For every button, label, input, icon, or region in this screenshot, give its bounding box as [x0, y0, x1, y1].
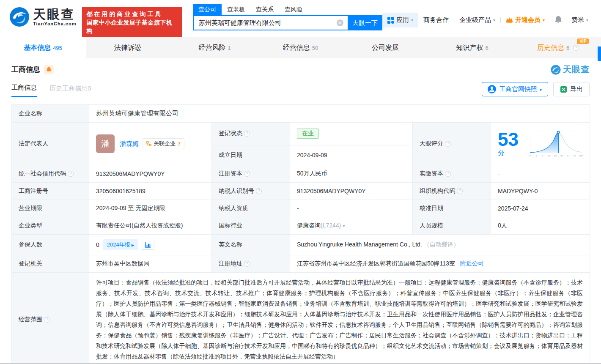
search-tab-boss[interactable]: 查老板	[222, 4, 250, 15]
svg-text:50: 50	[554, 154, 557, 157]
registered-address-value: 江苏省苏州市吴中区经济开发区郭巷街道国领花园50幢113室	[297, 260, 455, 267]
chevron-right-icon: ▸	[132, 242, 134, 248]
help-icon[interactable]: ?	[445, 141, 451, 147]
business-term-value: 2024-09-09 至 无固定期限	[89, 200, 212, 217]
slogan-banner: 都在用的商业查询工具 国家中小企业发展子基金旗下机构	[82, 7, 182, 38]
export-button[interactable]: 导出	[553, 82, 590, 96]
staff-size-label: 人员规模	[413, 217, 491, 235]
tab-company-development[interactable]: 公司发展	[343, 37, 429, 58]
search-input[interactable]	[193, 15, 348, 30]
industry-value[interactable]: 健康咨询(L7244)▾	[290, 217, 413, 235]
search-button[interactable]: 天眼一下	[348, 15, 382, 30]
company-detail-tabs: 基本信息495 法律诉讼 经营风险1 经营信息50 公司发展 知识产权6 VIP…	[0, 37, 601, 58]
slogan-line2: 国家中小企业发展子基金旗下机构	[86, 18, 178, 35]
table-row: 营业期限 2024-09-09 至 无固定期限 纳税人资质 - 核准日期 202…	[12, 200, 590, 217]
tab-legal-proceedings[interactable]: 法律诉讼	[86, 37, 172, 58]
help-icon[interactable]: ?	[244, 261, 250, 267]
english-name-label: 英文名称	[212, 235, 290, 255]
registered-address-cell: 江苏省苏州市吴中区经济开发区郭巷街道国领花园50幢113室 附近公司	[290, 255, 590, 273]
nav-open-vip[interactable]: 开通会员▾	[501, 16, 550, 24]
help-icon[interactable]: ?	[68, 171, 74, 177]
taxpayer-qualification-value: -	[290, 200, 413, 217]
credit-code-value: 91320506MADYPQWY0Y	[89, 165, 212, 183]
insured-count-cell: 0 2024年报▸	[89, 235, 212, 255]
help-icon[interactable]: ?	[256, 188, 262, 194]
tianyancha-logo-icon	[9, 7, 30, 27]
business-scope-label: 经营范围?	[12, 273, 89, 364]
slogan-line1: 都在用的商业查询工具	[86, 10, 178, 18]
subtab-history-business-info[interactable]: 历史工商信息0	[49, 85, 91, 97]
establish-date-value: 2024-09-09	[290, 145, 413, 165]
insured-trend-icon[interactable]	[142, 240, 154, 250]
clear-search-icon[interactable]: ✕	[337, 19, 343, 26]
registry-authority-value: 苏州市吴中区数据局	[89, 255, 212, 273]
help-icon[interactable]: ?	[445, 171, 451, 177]
annual-report-badge[interactable]: 2024年报▸	[103, 239, 138, 250]
search-area: 查公司 查老板 查关系 查风险 ✕ 天眼一下	[193, 4, 382, 30]
org-code-label: 组织机构代码?	[413, 183, 491, 200]
crown-icon	[506, 17, 513, 23]
table-row: 经营范围? 许可项目：食品销售（依法须经批准的项目，经相关部门批准后方可开展经营…	[12, 273, 590, 364]
score-label: 天眼评分?	[413, 123, 491, 165]
tab-operating-risk[interactable]: 经营风险1	[172, 37, 258, 58]
taxpayer-id-label: 纳税人识别号?	[212, 183, 290, 200]
tab-intellectual-property[interactable]: 知识产权6	[429, 37, 515, 58]
help-icon[interactable]: ?	[244, 171, 250, 177]
chevron-right-icon: ▸	[540, 87, 542, 92]
company-name-value: 苏州英瑞可健康管理有限公司	[89, 105, 590, 123]
insured-count-label: 参保人数	[12, 235, 89, 255]
nearby-companies-link[interactable]: 附近公司	[460, 260, 484, 267]
reg-status-cell: 在业	[290, 123, 413, 145]
help-icon[interactable]: ?	[244, 131, 250, 137]
legal-rep-avatar[interactable]: 潘	[96, 134, 115, 153]
registered-capital-value: 50万人民币	[290, 165, 413, 183]
watermark-logo-icon	[551, 65, 561, 75]
table-row: 法定代表人 潘 潘森姆 关联企业 7 登记状态?	[12, 123, 590, 145]
legal-rep-cell: 潘 潘森姆 关联企业 7	[89, 123, 212, 165]
approval-date-value: 2025-07-24	[491, 200, 590, 217]
subtab-business-info[interactable]: 工商信息	[11, 84, 37, 97]
search-tab-company[interactable]: 查公司	[193, 4, 222, 15]
score-value: 53	[498, 129, 519, 150]
paidin-capital-label: 实缴资本?	[413, 165, 491, 183]
nav-user-menu[interactable]: 费米▾	[566, 16, 593, 24]
search-tabs: 查公司 查老板 查关系 查风险	[193, 4, 382, 15]
legal-rep-name-link[interactable]: 潘森姆	[120, 140, 139, 148]
status-badge: 在业	[297, 129, 319, 139]
search-tab-risk[interactable]: 查风险	[279, 4, 308, 15]
tab-basic-info[interactable]: 基本信息495	[0, 37, 86, 58]
nav-enterprise-products[interactable]: 企业级产品▾	[454, 16, 500, 24]
notification-bell-icon[interactable]	[550, 16, 566, 25]
nav-apps[interactable]: 应用▾	[382, 13, 418, 27]
approval-date-label: 核准日期	[413, 200, 491, 217]
search-tab-relation[interactable]: 查关系	[250, 4, 279, 15]
tianyancha-logo[interactable]: 天眼查 TianYanCha.com	[9, 7, 76, 27]
legal-rep-label: 法定代表人	[12, 123, 89, 165]
paidin-capital-value: -	[491, 165, 590, 183]
org-code-value: MADYPQWY-0	[491, 183, 590, 200]
tianyancha-watermark: 天眼查	[551, 64, 590, 75]
help-icon[interactable]: ?	[457, 188, 463, 194]
side-panel-handle[interactable]	[598, 47, 601, 61]
subscribe-bell-icon[interactable]	[44, 65, 54, 74]
company-type-label: 企业类型	[12, 217, 89, 235]
vip-badge: VIP	[577, 38, 589, 44]
help-icon[interactable]: ?	[44, 317, 50, 323]
company-name-label: 企业名称	[12, 105, 89, 123]
tab-operating-info[interactable]: 经营信息50	[258, 37, 343, 58]
stamp-icon	[488, 85, 496, 93]
logo-domain: TianYanCha.com	[33, 21, 76, 26]
help-icon[interactable]: ?	[573, 45, 579, 51]
svg-text:0: 0	[529, 154, 530, 157]
table-row: 参保人数 0 2024年报▸ 英文名称	[12, 235, 590, 255]
nav-cooperation[interactable]: 商务合作	[418, 16, 454, 24]
svg-text:97: 97	[567, 154, 569, 157]
tab-history-info[interactable]: VIP 历史信息6 ?	[515, 37, 601, 58]
table-row: 企业名称 苏州英瑞可健康管理有限公司	[12, 105, 590, 123]
establish-date-label: 成立日期	[212, 145, 290, 165]
related-companies-badge[interactable]: 关联企业 7	[143, 138, 184, 149]
chevron-down-icon: ▾	[343, 223, 345, 228]
site-header: 天眼查 TianYanCha.com 都在用的商业查询工具 国家中小企业发展子基…	[0, 0, 601, 37]
official-snapshot-button[interactable]: 工商官网快照 ▸	[482, 82, 548, 96]
registered-address-label: 注册地址?	[212, 255, 290, 273]
